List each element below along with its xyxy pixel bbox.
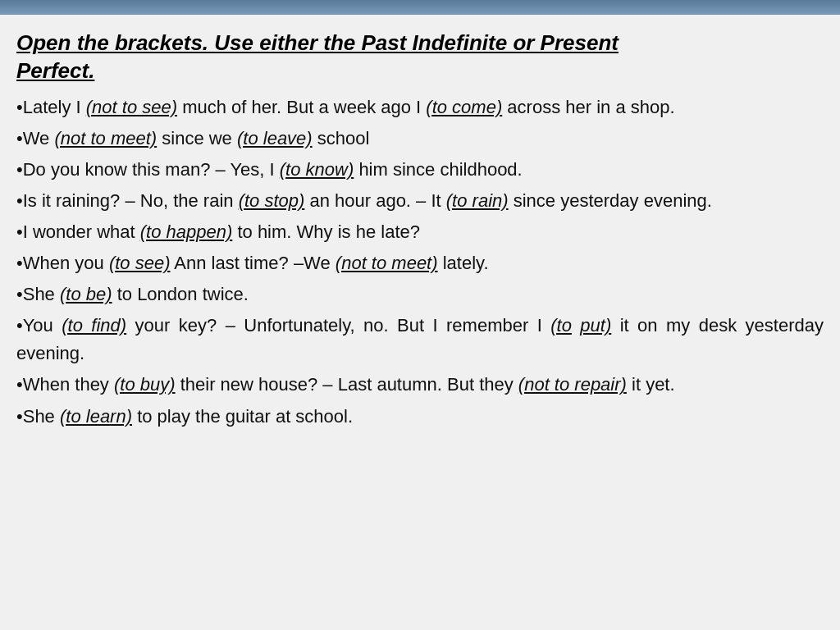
exercise-part: (not to repair) [518,374,627,395]
exercise-part: When they [23,374,114,395]
exercise-part: (to see) [109,253,171,273]
exercise-part: since yesterday evening. [509,190,712,211]
page-title: Open the brackets. Use either the Past I… [16,30,824,85]
exercise-part: (not to see) [86,97,177,117]
exercise-part: since we [157,128,237,148]
exercise-part: (to buy) [114,374,176,395]
exercise-part: (to come) [426,97,502,117]
exercise-part: to him. Why is he late? [232,221,420,242]
exercise-part: (to be) [60,284,112,304]
exercise-part: I wonder what [23,221,140,242]
exercise-part: (to leave) [237,128,313,148]
exercise-part: an hour ago. – It [304,190,445,211]
exercise-part: lately. [438,253,489,273]
exercise-item: •She (to be) to London twice. [16,281,824,308]
exercise-part: (to [550,315,572,336]
exercise-part: school [313,128,370,148]
exercise-item: •Lately I (not to see) much of her. But … [16,94,824,121]
exercise-part: put) [580,315,611,336]
exercise-item: •When you (to see) Ann last time? –We (n… [16,249,824,277]
exercise-part: to London twice. [112,284,249,304]
exercise-part: When you [23,253,109,273]
exercise-part: (to rain) [446,190,509,211]
exercise-part: across her in a shop. [502,97,674,117]
title-line1: Open the brackets. Use either the Past I… [16,30,619,55]
exercise-part: Lately I [23,97,86,117]
exercise-part: your key? – Unfortunately, no. But I rem… [126,315,550,336]
exercise-part: We [23,128,55,148]
exercise-part: Ann last time? –We [170,253,335,273]
exercise-item: •You (to find) your key? – Unfortunately… [16,312,824,368]
exercise-part: (to know) [280,159,354,180]
exercise-item: •She (to learn) to play the guitar at sc… [16,403,824,431]
exercise-part [572,315,580,336]
exercise-part: him since childhood. [354,159,522,180]
content-area: Open the brackets. Use either the Past I… [0,15,840,630]
exercise-part: (to find) [62,315,126,336]
exercise-part: (to learn) [60,406,132,427]
exercise-part: it yet. [627,374,675,395]
exercise-item: •When they (to buy) their new house? – L… [16,371,824,399]
exercise-item: •Is it raining? – No, the rain (to stop)… [16,187,824,215]
exercise-part: their new house? – Last autumn. But they [176,374,518,395]
top-bar [0,0,840,15]
title-line2: Perfect. [16,58,94,83]
exercise-part: Do you know this man? – Yes, I [23,159,280,180]
exercise-part: to play the guitar at school. [132,406,353,427]
exercise-part: (to stop) [239,190,305,211]
exercise-part: (not to meet) [54,128,157,148]
exercise-item: •I wonder what (to happen) to him. Why i… [16,218,824,246]
exercises-list: •Lately I (not to see) much of her. But … [16,94,824,431]
exercise-part: She [23,406,60,427]
exercise-part: (not to meet) [336,253,438,273]
exercise-part: (to happen) [140,221,233,242]
exercise-item: •Do you know this man? – Yes, I (to know… [16,156,824,184]
exercise-item: •We (not to meet) since we (to leave) sc… [16,125,824,153]
exercise-part: Is it raining? – No, the rain [23,190,239,211]
exercise-part: She [23,284,60,304]
exercise-part: much of her. But a week ago I [177,97,426,117]
exercise-part: You [23,315,62,336]
